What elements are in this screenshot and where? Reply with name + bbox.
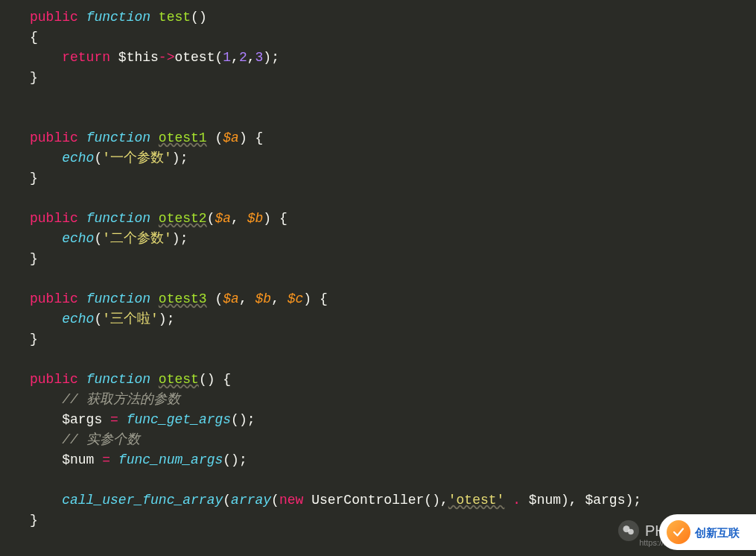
parens: () — [191, 10, 207, 25]
paren-close: ); — [172, 151, 188, 165]
method-otest: otest — [174, 50, 215, 65]
keyword-public: public — [30, 211, 78, 226]
paren-close: ) { — [303, 291, 327, 306]
keyword-function: function — [86, 372, 150, 387]
blank-line — [30, 470, 726, 490]
echo-call: echo — [62, 151, 94, 165]
code-line: echo('二个参数'); — [30, 229, 726, 249]
concat-op: . — [512, 493, 521, 508]
code-line: call_user_func_array(array(new UserContr… — [30, 490, 726, 511]
paren-open: ( — [94, 151, 102, 165]
code-line: public function otest3 ($a, $b, $c) { — [30, 289, 726, 309]
code-line: $num = func_num_args(); — [30, 450, 726, 470]
echo-call: echo — [62, 231, 94, 246]
arg-3: 3 — [255, 50, 264, 65]
brace-open: { — [30, 30, 38, 45]
paren-close: ); — [263, 50, 279, 65]
assign-op: = — [102, 452, 110, 467]
code-line: } — [30, 68, 726, 88]
code-line: } — [30, 168, 726, 189]
assign-op: = — [110, 412, 118, 427]
code-editor: public function test() { return $this->o… — [0, 7, 756, 531]
param-c: $c — [288, 291, 304, 306]
paren-open: ( — [215, 291, 223, 306]
comma: , — [247, 50, 255, 65]
arg-2: 2 — [239, 50, 247, 65]
var-num: $num — [62, 452, 94, 467]
keyword-public: public — [30, 372, 78, 387]
corner-brand-logo: 创新互联 — [659, 514, 756, 550]
string-otest: 'otest' — [448, 493, 505, 508]
keyword-function: function — [86, 10, 150, 25]
paren-open: ( — [207, 211, 215, 226]
code-line: public function otest2($a, $b) { — [30, 209, 726, 229]
parens-semi: (); — [231, 412, 255, 427]
param-a: $a — [223, 291, 239, 306]
paren-close: ); — [172, 231, 188, 246]
brand-text: 创新互联 — [695, 522, 740, 543]
parens-semi: (); — [223, 452, 247, 467]
param-a: $a — [215, 211, 231, 226]
var-this: $this — [118, 50, 159, 65]
keyword-return: return — [62, 50, 110, 65]
param-b: $b — [247, 211, 264, 226]
code-line: $args = func_get_args(); — [30, 410, 726, 430]
arg-1: 1 — [223, 50, 231, 65]
code-line: } — [30, 249, 726, 269]
paren-close-comma: ), — [561, 493, 585, 508]
code-line: { — [30, 28, 726, 48]
comment: // 实参个数 — [62, 432, 139, 447]
comma: , — [271, 291, 288, 306]
paren-close: ) { — [239, 130, 263, 145]
paren-open: ( — [94, 312, 102, 326]
paren-open: ( — [94, 231, 102, 246]
code-line: echo('一个参数'); — [30, 148, 726, 168]
brace-close: } — [30, 70, 38, 85]
keyword-public: public — [30, 130, 78, 145]
brand-check-icon — [672, 525, 685, 539]
code-line: public function otest() { — [30, 370, 726, 390]
brace-close: } — [30, 332, 38, 347]
brand-icon — [667, 520, 690, 544]
blank-line — [30, 108, 726, 128]
paren-open: ( — [271, 493, 279, 508]
brace-close: } — [30, 251, 38, 266]
string-literal: '一个参数' — [102, 151, 172, 165]
func-name-otest3: otest3 — [159, 291, 207, 306]
var-args: $args — [62, 412, 102, 427]
call-func-num-args: func_num_args — [118, 452, 223, 467]
wechat-icon — [618, 520, 639, 541]
func-name-otest1: otest1 — [159, 130, 207, 145]
parens-brace: () { — [199, 372, 231, 387]
array-call: array — [231, 493, 271, 508]
echo-call: echo — [62, 312, 94, 326]
code-line: public function otest1 ($a) { — [30, 128, 726, 148]
parens-comma: (), — [424, 493, 448, 508]
keyword-function: function — [86, 130, 150, 145]
paren-close: ); — [159, 312, 175, 326]
func-name-otest2: otest2 — [159, 211, 207, 226]
var-num: $num — [529, 493, 561, 508]
string-literal: '三个啦' — [102, 312, 159, 326]
keyword-function: function — [86, 211, 150, 226]
func-name-otest: otest — [159, 372, 199, 387]
comment: // 获取方法的参数 — [62, 392, 180, 407]
keyword-public: public — [30, 291, 78, 306]
param-a: $a — [223, 130, 239, 145]
keyword-function: function — [86, 291, 150, 306]
func-name-test: test — [159, 10, 191, 25]
blank-line — [30, 88, 726, 108]
code-line: return $this->otest(1,2,3); — [30, 48, 726, 68]
code-line: public function test() — [30, 7, 726, 28]
paren-open: ( — [215, 50, 223, 65]
comma: , — [239, 291, 255, 306]
call-func-get-args: func_get_args — [127, 412, 231, 427]
blank-line — [30, 189, 726, 209]
svg-point-1 — [628, 529, 634, 535]
paren-close: ) { — [263, 211, 287, 226]
paren-open: ( — [215, 130, 223, 145]
blank-line — [30, 269, 726, 289]
code-line: // 实参个数 — [30, 430, 726, 450]
wechat-icon-svg — [622, 524, 635, 537]
brace-close: } — [30, 171, 38, 186]
